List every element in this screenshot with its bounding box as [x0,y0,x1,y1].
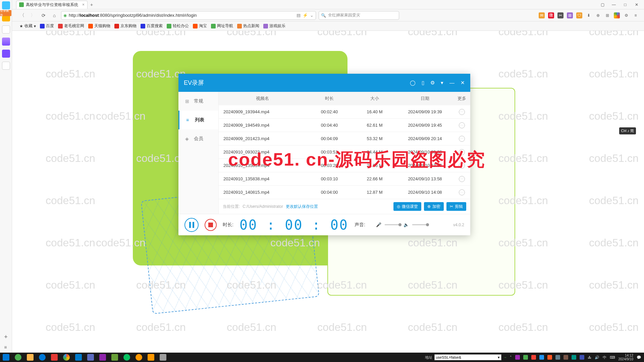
speaker-slider[interactable] [412,224,428,225]
bookmark-nav[interactable]: 网址导航 [211,23,233,29]
tb-360[interactable] [12,353,24,362]
tray-clock[interactable]: 14:12 2024/9/10 [619,354,634,361]
gear-icon[interactable]: ⚙ [430,80,435,86]
dock-icon-5[interactable] [2,50,10,58]
tray-icon[interactable] [547,355,552,360]
search-input[interactable]: 🔍 全红婵家果园受灾 [319,11,399,20]
tb-go-icon[interactable]: → [503,355,507,359]
plus-icon[interactable]: ⊕ [595,12,601,18]
bookmark-jd[interactable]: 京东购物 [114,23,137,29]
bookmark-baidu[interactable]: 百度 [40,23,54,29]
gear-icon[interactable]: ⚙ [623,12,629,18]
tray-icon[interactable] [539,355,544,360]
flash-icon[interactable]: ⚡ [303,13,308,18]
table-row[interactable]: 20240910_093023.mp400:03:5124.44 M2024/0… [219,145,470,159]
tb-app1[interactable] [85,353,97,362]
reload-button[interactable]: ⟳ [40,11,48,19]
tb-sublime[interactable] [145,353,157,362]
sidebar-item-normal[interactable]: ⊞ 常规 [178,92,218,111]
tb-app3[interactable] [109,353,121,362]
browser-tab[interactable]: 高校毕业与学位资格审核系统 × [16,1,88,9]
forward-button[interactable]: 〉 [29,11,37,19]
tray-up-icon[interactable]: ˄ [510,355,512,360]
phone-icon[interactable]: ▯ [422,80,424,86]
tb-app2[interactable] [97,353,109,362]
tb-wechat[interactable] [121,353,133,362]
apps-icon[interactable]: ⊞ [604,12,610,18]
sidebar-item-list[interactable]: ≡ 列表 [178,111,218,129]
tray-icon[interactable] [531,355,536,360]
tb-vscode[interactable] [72,353,85,362]
dock-add-button[interactable]: + [4,334,8,341]
chevron-down-icon[interactable]: ▾ [441,80,443,86]
chrome-icon[interactable] [614,12,620,18]
url-input[interactable]: ◉ http://localhost:8080/springbootzpl96/… [61,11,316,20]
tb-explorer[interactable] [24,353,36,362]
tray-ime-icon[interactable]: 中 [603,355,606,360]
bookmark-news[interactable]: 热点新闻 [237,23,259,29]
close-icon[interactable]: × [82,2,85,7]
more-button[interactable]: ⋯ [459,189,465,195]
more-button[interactable]: ⋯ [459,122,465,128]
more-button[interactable]: ⋯ [459,149,465,155]
user-icon[interactable]: ◯ [410,80,416,86]
close-button[interactable]: ✕ [632,1,641,8]
tb-chrome[interactable] [60,353,72,362]
home-button[interactable]: ⌂ [50,11,58,19]
tray-icon[interactable] [515,355,520,360]
sidebar-item-member[interactable]: ◈ 会员 [178,129,218,148]
table-row[interactable]: 20240909_194549.mp400:04:4062.61 M2024/0… [219,119,470,132]
more-button[interactable]: ⋯ [459,163,465,169]
table-row[interactable]: 20240909_201423.mp400:04:0953.32 M2024/0… [219,132,470,145]
change-location-link[interactable]: 更改默认保存位置 [286,204,318,209]
tray-icon[interactable] [580,355,584,360]
minimize-icon[interactable]: — [449,80,454,86]
start-button[interactable] [0,353,12,362]
chevron-down-icon[interactable]: ⌄ [310,13,314,18]
tb-app4[interactable] [133,353,145,362]
tb-wps[interactable] [48,353,60,362]
dock-icon-3[interactable] [2,25,10,34]
cut-button[interactable]: ✂剪辑 [446,202,466,211]
back-button[interactable]: 〈 [18,11,26,19]
weibo-icon[interactable]: 微 [548,12,554,18]
dock-list-button[interactable]: ≡ [4,345,8,350]
bookmark-office[interactable]: 轻松办公 [167,23,189,29]
close-icon[interactable]: ✕ [461,80,465,86]
tray-network-icon[interactable]: 🖧 [588,355,591,359]
bookmark-baidusearch[interactable]: 百度搜索 [141,23,163,29]
mic-icon[interactable]: 🎤 [376,222,381,227]
download-icon[interactable]: ⬇ [586,12,592,18]
maximize-button[interactable]: □ [621,1,630,8]
new-tab-button[interactable]: + [90,2,93,7]
layout-icon[interactable]: ▢ [598,1,607,8]
ev-title-bar[interactable]: EV录屏 ◯ ▯ ⚙ ▾ — ✕ [178,74,470,92]
dock-icon-6[interactable] [2,62,10,70]
tray-icon[interactable] [564,355,568,360]
tray-icon[interactable] [555,355,560,360]
more-button[interactable]: ⋯ [459,136,465,142]
encrypt-button[interactable]: ⊕加密 [424,202,444,211]
more-button[interactable]: ⋯ [459,176,465,182]
bookmark-taobao[interactable]: 淘宝 [193,23,207,29]
tray-volume-icon[interactable]: 🔊 [595,355,599,360]
bookmark-laomaotao[interactable]: 老毛桃官网 [58,23,84,29]
tb-app5[interactable] [157,353,169,362]
table-row[interactable]: 20240910_140815.mp400:04:0012.87 M2024/0… [219,186,470,199]
table-row[interactable]: 20240910_135034.mp400:03:2024.06 M2024/0… [219,159,470,172]
more-button[interactable]: ⋯ [459,109,465,115]
tb-address-combo[interactable]: useSSL=false&▾ [434,354,501,360]
shield-ext-icon[interactable]: 🛡 [576,12,582,18]
table-row[interactable]: 20240909_193944.mp400:02:4016.40 M2024/0… [219,105,470,119]
qr-icon[interactable]: ▤ [297,13,301,18]
mail-icon[interactable]: ✉ [539,12,545,18]
grid-icon[interactable]: ⊞ [567,12,573,18]
wechat-class-button[interactable]: ◎微信课堂 [393,202,421,211]
table-row[interactable]: 20240910_135838.mp400:03:1022.66 M2024/0… [219,172,470,186]
ev-recorder-window[interactable]: EV录屏 ◯ ▯ ⚙ ▾ — ✕ ⊞ 常规 ≡ 列表 ◈ 会员 [178,74,470,235]
bookmark-tmall[interactable]: 天猫购物 [88,23,110,29]
tray-notification-icon[interactable]: 💬 [637,355,641,360]
dock-icon-4[interactable] [2,38,10,46]
favorites-button[interactable]: ★ 收藏 ▾ [19,23,36,29]
minimize-button[interactable]: — [609,1,619,8]
